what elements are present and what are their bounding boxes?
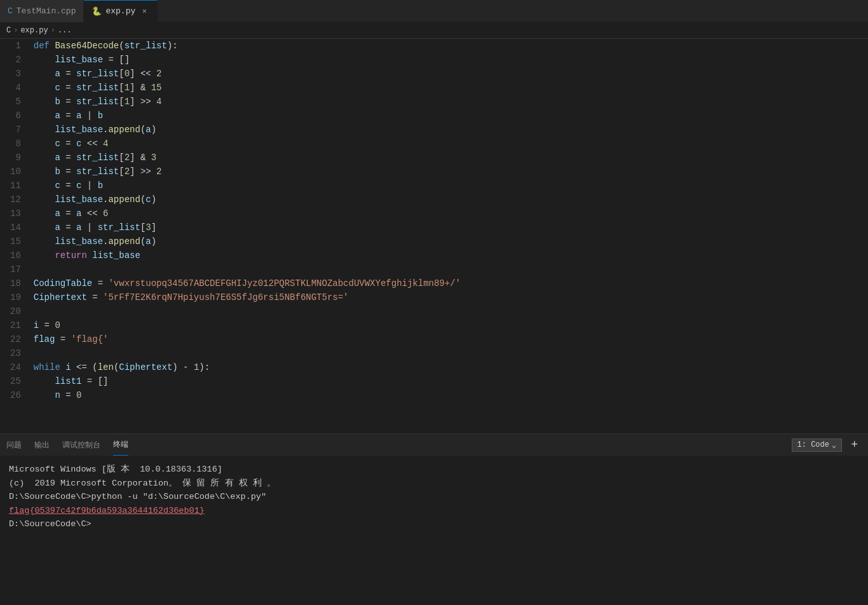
breadcrumb-sep2: › [51,26,55,35]
code-line [34,346,868,360]
line-number: 11 [10,179,21,193]
editor-area: 1234567891011121314151617181920212223242… [0,39,868,433]
line-number: 3 [10,67,21,81]
tab-problems[interactable]: 问题 [6,434,22,456]
code-lines[interactable]: def Base64Decode(str_list): list_base = … [29,39,868,433]
tab-output[interactable]: 输出 [34,434,50,456]
code-line: b = str_list[2] >> 2 [34,165,868,179]
code-line: list_base.append(c) [34,193,868,207]
line-number: 26 [10,388,21,402]
line-number: 21 [10,318,21,332]
tab-terminal[interactable]: 终端 [113,434,128,456]
line-number: 4 [10,81,21,95]
tab-testmain[interactable]: C TestMain.cpp [0,0,84,22]
py-icon: 🐍 [92,6,102,17]
line-number: 7 [10,123,21,137]
terminal-content[interactable]: Microsoft Windows [版 本 10.0.18363.1316](… [0,456,868,605]
code-line [34,262,868,276]
code-line: a = a << 6 [34,207,868,221]
cpp-icon: C [8,6,13,16]
panel-tab-bar: 问题 输出 调试控制台 终端 1: Code ⌄ + [0,434,868,456]
tab-bar: C TestMain.cpp 🐍 exp.py ✕ [0,0,868,22]
add-terminal-button[interactable]: + [847,438,862,451]
code-line: Ciphertext = '5rFf7E2K6rqN7Hpiyush7E6S5f… [34,290,868,304]
breadcrumb-file: exp.py [20,26,48,35]
line-number: 16 [10,248,21,262]
code-line: def Base64Decode(str_list): [34,39,868,53]
line-number: 12 [10,193,21,207]
code-line: CodingTable = 'vwxrstuopq34567ABCDEFGHIJ… [34,276,868,290]
line-number: 18 [10,276,21,290]
code-line: flag = 'flag{' [34,332,868,346]
line-number: 6 [10,109,21,123]
code-line: a = a | b [34,109,868,123]
code-line: list_base.append(a) [34,235,868,248]
tab-testmain-label: TestMain.cpp [17,6,76,16]
line-number: 1 [10,39,21,53]
code-line: list_base = [] [34,53,868,67]
chevron-down-icon: ⌄ [832,440,836,450]
line-number: 20 [10,304,21,318]
line-number: 23 [10,346,21,360]
line-number: 5 [10,95,21,109]
breadcrumb-more: ... [58,26,72,35]
code-line: return list_base [34,248,868,262]
code-line: n = 0 [34,388,868,402]
line-number: 13 [10,207,21,221]
code-container: 1234567891011121314151617181920212223242… [0,39,868,433]
code-line [34,304,868,318]
terminal-line: Microsoft Windows [版 本 10.0.18363.1316] [9,463,859,477]
code-line: b = str_list[1] >> 4 [34,95,868,109]
code-line: c = c << 4 [34,137,868,151]
line-number: 17 [10,262,21,276]
breadcrumb-c: C [6,26,11,35]
line-number: 2 [10,53,21,67]
line-number: 19 [10,290,21,304]
line-numbers: 1234567891011121314151617181920212223242… [0,39,29,433]
line-number: 14 [10,221,21,235]
tab-debug[interactable]: 调试控制台 [62,434,100,456]
terminal-dropdown-label: 1: Code [797,440,829,449]
line-number: 24 [10,360,21,374]
terminal-dropdown[interactable]: 1: Code ⌄ [792,438,843,452]
terminal-line: D:\SourceCode\C> [9,517,859,531]
code-line: a = a | str_list[3] [34,221,868,235]
breadcrumb: C › exp.py › ... [0,22,868,39]
code-line: while i <= (len(Ciphertext) - 1): [34,360,868,374]
line-number: 10 [10,165,21,179]
panel-right-controls: 1: Code ⌄ + [792,438,862,452]
panel: 问题 输出 调试控制台 终端 1: Code ⌄ + Microsoft Win… [0,433,868,605]
line-number: 8 [10,137,21,151]
code-line: a = str_list[2] & 3 [34,151,868,165]
code-line: list1 = [] [34,374,868,388]
code-line: c = str_list[1] & 15 [34,81,868,95]
flag-output-line: flag{05397c42f9b6da593a3644162d36eb01} [9,504,859,518]
code-line: list_base.append(a) [34,123,868,137]
code-line: a = str_list[0] << 2 [34,67,868,81]
terminal-line: D:\SourceCode\C>python -u "d:\SourceCode… [9,490,859,504]
code-line: c = c | b [34,179,868,193]
line-number: 25 [10,374,21,388]
line-number: 9 [10,151,21,165]
line-number: 22 [10,332,21,346]
tab-close-icon[interactable]: ✕ [139,6,149,17]
terminal-line: (c) 2019 Microsoft Corporation。 保 留 所 有 … [9,477,859,491]
code-line: i = 0 [34,318,868,332]
tab-exp[interactable]: 🐍 exp.py ✕ [84,0,158,22]
line-number: 15 [10,235,21,248]
tab-exp-label: exp.py [105,6,135,16]
breadcrumb-sep1: › [13,26,18,35]
